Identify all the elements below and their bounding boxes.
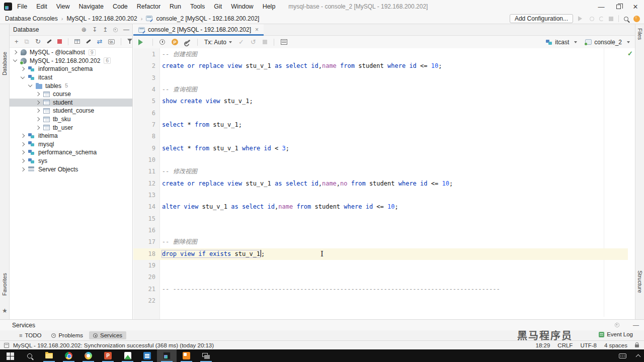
menu-edit[interactable]: Edit: [36, 3, 47, 10]
menu-help[interactable]: Help: [263, 3, 276, 10]
edit-icon[interactable]: [86, 39, 91, 44]
tree-item-mysql[interactable]: mysql: [10, 140, 132, 149]
chevron-right-icon[interactable]: [36, 101, 40, 105]
taskbar-button-chrome[interactable]: [59, 349, 78, 362]
event-log-button[interactable]: Event Log: [599, 331, 633, 337]
stop-query-icon[interactable]: [263, 40, 267, 44]
update-notification-icon[interactable]: [633, 16, 640, 22]
filter-icon[interactable]: [127, 39, 132, 44]
commit-icon[interactable]: ✓: [238, 38, 244, 46]
menu-run[interactable]: Run: [170, 3, 181, 10]
hide-panel-icon[interactable]: —: [123, 26, 129, 33]
menu-tools[interactable]: Tools: [190, 3, 205, 10]
keyboard-input-icon[interactable]: [619, 353, 626, 358]
show-hidden-icons-chevron[interactable]: [636, 354, 641, 359]
readonly-lock-icon[interactable]: [635, 344, 639, 347]
tree-item-server-objects[interactable]: Server Objects: [10, 165, 132, 173]
schema-selector[interactable]: itcast: [546, 39, 577, 46]
chevron-right-icon[interactable]: [13, 50, 17, 54]
taskbar-button-explorer[interactable]: [39, 349, 59, 362]
file-encoding[interactable]: UTF-8: [580, 342, 597, 348]
menu-refactor[interactable]: Refactor: [137, 3, 160, 10]
chevron-down-icon[interactable]: [13, 58, 17, 62]
indent-size[interactable]: 4 spaces: [604, 342, 627, 348]
history-icon[interactable]: [159, 39, 165, 45]
services-hide-icon[interactable]: —: [633, 322, 639, 329]
settings-gear-icon[interactable]: [113, 28, 118, 32]
tool-window-tab-todo[interactable]: ≡TODO: [15, 331, 45, 339]
collapse-all-icon[interactable]: ↥: [103, 26, 108, 33]
run-icon[interactable]: [578, 16, 585, 21]
menu-navigate[interactable]: Navigate: [79, 3, 104, 10]
breadcrumb-item-0[interactable]: Database Consoles: [5, 15, 58, 22]
parameters-icon[interactable]: P: [172, 39, 178, 45]
taskbar-button-imgview[interactable]: [118, 349, 137, 362]
database-tool-button[interactable]: Database: [2, 52, 8, 75]
menu-window[interactable]: Window: [231, 3, 253, 10]
code-editor[interactable]: 1-- 创建视图2create or replace view stu_v_1 …: [133, 49, 628, 307]
line-ending[interactable]: CRLF: [557, 342, 573, 348]
table-data-icon[interactable]: [74, 39, 80, 44]
tree-item-itheima[interactable]: itheima: [10, 132, 132, 140]
search-everywhere-icon[interactable]: [624, 17, 628, 21]
stop-red-icon[interactable]: [57, 39, 62, 44]
tree-item-tables[interactable]: tables5: [10, 81, 132, 90]
chevron-right-icon[interactable]: [36, 109, 40, 113]
taskbar-button-monitors[interactable]: [196, 349, 216, 362]
tx-mode-select[interactable]: Tx: Auto: [204, 39, 232, 46]
close-button[interactable]: ✕: [627, 0, 644, 13]
chevron-right-icon[interactable]: [36, 92, 40, 96]
taskbar-button-datagrip[interactable]: [157, 349, 177, 362]
locate-icon[interactable]: ⊕: [82, 26, 87, 33]
breadcrumb-item-2[interactable]: console_2 [MySQL - 192.168.200.202]: [156, 15, 259, 22]
menu-git[interactable]: Git: [214, 3, 222, 10]
tree-item-information-schema[interactable]: information_schema: [10, 65, 132, 73]
taskbar-button-start[interactable]: [0, 349, 20, 362]
tree-item-student-course[interactable]: student_course: [10, 107, 132, 115]
structure-tool-button[interactable]: Structure: [637, 270, 643, 293]
debug-icon[interactable]: [590, 17, 594, 21]
expand-all-icon[interactable]: ↧: [92, 26, 97, 33]
files-tool-button[interactable]: Files: [637, 28, 643, 40]
restore-button[interactable]: [610, 0, 627, 13]
output-icon[interactable]: [281, 39, 287, 45]
tool-window-tab-problems[interactable]: Problems: [47, 331, 87, 339]
tree-item-student[interactable]: student: [10, 99, 132, 107]
console-settings-icon[interactable]: [185, 39, 190, 44]
minimize-button[interactable]: —: [593, 0, 610, 13]
taskbar-button-ppt[interactable]: P: [98, 349, 118, 362]
refresh-icon[interactable]: ↻: [35, 38, 41, 45]
add-datasource-icon[interactable]: +: [15, 38, 19, 45]
chevron-right-icon[interactable]: [21, 142, 25, 146]
chevron-right-icon[interactable]: [21, 67, 25, 71]
tree-item-mysql-192-168-200-202[interactable]: MySQL - 192.168.200.2026: [10, 57, 132, 65]
tool-window-tab-services[interactable]: Services: [89, 331, 126, 339]
chevron-right-icon[interactable]: [36, 117, 40, 121]
tree-item-tb-user[interactable]: tb_user: [10, 123, 132, 132]
tree-item-performance-schema[interactable]: performance_schema: [10, 148, 132, 157]
tree-item-course[interactable]: course: [10, 90, 132, 99]
taskbar-button-vmware[interactable]: [137, 349, 157, 362]
execute-button[interactable]: [138, 39, 146, 45]
profiler-icon[interactable]: [599, 17, 604, 21]
add-configuration-button[interactable]: Add Configuration...: [510, 14, 573, 23]
chevron-right-icon[interactable]: [21, 167, 25, 171]
tree-item-mysql-localhost[interactable]: MySQL - @localhost9: [10, 48, 132, 57]
chevron-right-icon[interactable]: [21, 150, 25, 154]
chevron-right-icon[interactable]: [21, 134, 25, 138]
tree-item-sys[interactable]: sys: [10, 157, 132, 165]
chevron-down-icon[interactable]: [21, 74, 25, 78]
favorites-tool-button[interactable]: Favorites: [2, 273, 8, 296]
tree-item-tb-sku[interactable]: tb_sku: [10, 115, 132, 124]
tree-item-itcast[interactable]: itcast: [10, 73, 132, 82]
tab-close-icon[interactable]: ×: [255, 26, 259, 33]
stop-icon[interactable]: [609, 17, 613, 21]
submit-icon[interactable]: [47, 39, 51, 44]
taskbar-button-orange[interactable]: [177, 349, 196, 362]
menu-code[interactable]: Code: [113, 3, 128, 10]
caret-position[interactable]: 18:29: [536, 342, 550, 348]
status-message[interactable]: MySQL - 192.168.200.202: Synchronization…: [13, 342, 214, 348]
console-selector[interactable]: console_2: [585, 39, 630, 46]
menu-view[interactable]: View: [56, 3, 70, 10]
favorites-star-icon[interactable]: ★: [2, 307, 8, 314]
